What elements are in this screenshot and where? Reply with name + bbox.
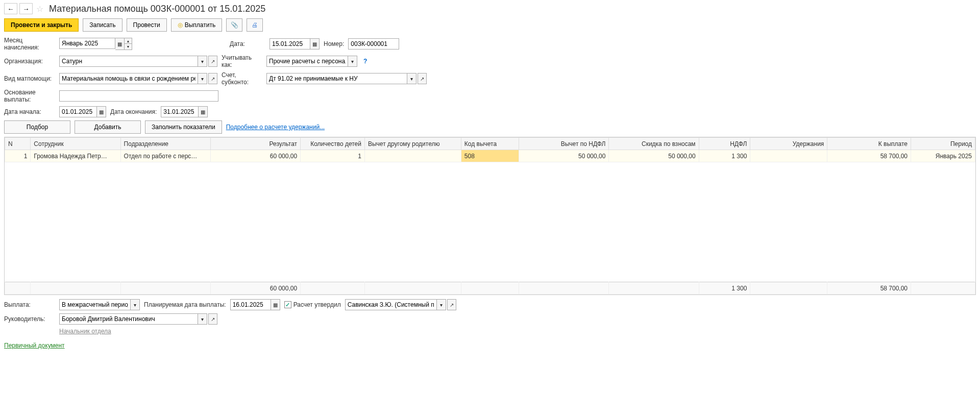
open-icon[interactable]: ↗ [418, 73, 427, 84]
col-to-pay[interactable]: К выплате [827, 138, 911, 150]
col-children[interactable]: Количество детей [301, 138, 365, 150]
main-toolbar: Провести и закрыть Записать Провести ◎ В… [4, 18, 976, 32]
dropdown-icon[interactable]: ▾ [198, 56, 207, 67]
planned-date-label: Планируемая дата выплаты: [144, 301, 226, 308]
print-button[interactable]: 🖨 [247, 18, 263, 32]
page-title: Материальная помощь 00ЗК-000001 от 15.01… [49, 4, 265, 14]
account-as-input[interactable] [266, 56, 348, 67]
manager-input[interactable] [59, 313, 198, 325]
payout-label: Выплата: [4, 301, 55, 308]
favorite-star-icon[interactable]: ☆ [35, 4, 45, 14]
col-employee[interactable]: Сотрудник [31, 138, 120, 150]
col-period[interactable]: Период [911, 138, 975, 150]
footer-to-pay: 58 700,00 [827, 282, 911, 294]
primary-document-link[interactable]: Первичный документ [4, 342, 65, 349]
reason-label: Основание выплаты: [4, 89, 55, 103]
account-label: Счет, субконто: [222, 71, 262, 86]
dropdown-icon[interactable]: ▾ [348, 56, 357, 67]
type-input[interactable] [59, 73, 198, 84]
manager-title-link[interactable]: Начальник отдела [59, 328, 111, 335]
save-button[interactable]: Записать [83, 18, 122, 32]
cell-ndfl[interactable]: 1 300 [699, 150, 750, 162]
col-discount[interactable]: Скидка по взносам [609, 138, 699, 150]
dropdown-icon[interactable]: ▾ [198, 313, 207, 325]
start-date-label: Дата начала: [4, 108, 55, 115]
approved-label: Расчет утвердил [293, 301, 341, 308]
org-input[interactable] [59, 56, 198, 67]
calendar-icon[interactable]: ▦ [115, 38, 125, 50]
dropdown-icon[interactable]: ▾ [198, 73, 207, 84]
payout-input[interactable] [59, 299, 131, 310]
open-icon[interactable]: ↗ [208, 56, 217, 67]
col-n[interactable]: N [5, 138, 31, 150]
open-icon[interactable]: ↗ [447, 299, 456, 310]
dropdown-icon[interactable]: ▾ [407, 73, 416, 84]
table-row[interactable]: 1 Громова Надежда Петр… Отдел по работе … [5, 150, 975, 162]
open-icon[interactable]: ↗ [208, 73, 217, 84]
fill-indicators-button[interactable]: Заполнить показатели [145, 120, 222, 134]
col-deduct-code[interactable]: Код вычета [461, 138, 519, 150]
approved-checkbox[interactable] [284, 301, 291, 308]
account-as-label: Учитывать как: [222, 54, 262, 68]
post-and-close-button[interactable]: Провести и закрыть [4, 18, 79, 32]
type-label: Вид матпомощи: [4, 75, 55, 82]
col-deduct-ndfl[interactable]: Вычет по НДФЛ [519, 138, 609, 150]
cell-dept[interactable]: Отдел по работе с перс… [120, 150, 210, 162]
cell-employee[interactable]: Громова Надежда Петр… [31, 150, 120, 162]
col-ndfl[interactable]: НДФЛ [699, 138, 750, 150]
cell-children[interactable]: 1 [301, 150, 365, 162]
calendar-icon[interactable]: ▦ [310, 38, 320, 50]
help-icon[interactable]: ? [363, 58, 367, 65]
table-footer-row: 60 000,00 1 300 58 700,00 [5, 282, 975, 294]
col-result[interactable]: Результат [210, 138, 300, 150]
paperclip-icon: 📎 [231, 21, 238, 29]
approver-input[interactable] [345, 299, 437, 310]
planned-date-input[interactable] [230, 299, 271, 310]
open-icon[interactable]: ↗ [208, 313, 217, 325]
post-button[interactable]: Провести [127, 18, 167, 32]
calendar-icon[interactable]: ▦ [271, 299, 280, 310]
reason-input[interactable] [59, 90, 218, 102]
col-dept[interactable]: Подразделение [120, 138, 210, 150]
dropdown-icon[interactable]: ▾ [437, 299, 446, 310]
attach-button[interactable]: 📎 [226, 18, 242, 32]
footer-ndfl: 1 300 [699, 282, 750, 294]
cell-deduct-code[interactable]: 508 [461, 150, 519, 162]
pay-button-label: Выплатить [185, 21, 216, 29]
account-input[interactable] [266, 73, 407, 84]
cell-deduct-ndfl[interactable]: 50 000,00 [519, 150, 609, 162]
calendar-icon[interactable]: ▦ [97, 106, 106, 117]
cell-discount[interactable]: 50 000,00 [609, 150, 699, 162]
cell-result[interactable]: 60 000,00 [210, 150, 300, 162]
end-date-input[interactable] [161, 106, 199, 117]
date-input[interactable] [270, 38, 310, 50]
coin-icon: ◎ [178, 21, 183, 29]
nav-forward-button[interactable]: → [19, 3, 33, 14]
calendar-icon[interactable]: ▦ [199, 106, 208, 117]
month-label: Месяц начисления: [4, 37, 55, 51]
add-button[interactable]: Добавить [75, 120, 141, 134]
month-spinner[interactable]: ▲▼ [125, 38, 132, 50]
cell-to-pay[interactable]: 58 700,00 [827, 150, 911, 162]
date-label: Дата: [230, 40, 265, 47]
manager-label: Руководитель: [4, 315, 55, 323]
cell-withhold[interactable] [750, 150, 827, 162]
details-link[interactable]: Подробнее о расчете удержаний... [226, 124, 325, 131]
number-input[interactable] [348, 38, 399, 50]
pay-button[interactable]: ◎ Выплатить [171, 18, 223, 32]
pick-button[interactable]: Подбор [4, 120, 70, 134]
col-withhold[interactable]: Удержания [750, 138, 827, 150]
footer-result: 60 000,00 [210, 282, 300, 294]
cell-deduct-other[interactable] [364, 150, 461, 162]
cell-n[interactable]: 1 [5, 150, 31, 162]
cell-period[interactable]: Январь 2025 [911, 150, 975, 162]
dropdown-icon[interactable]: ▾ [131, 299, 140, 310]
start-date-input[interactable] [59, 106, 97, 117]
nav-back-button[interactable]: ← [4, 3, 17, 14]
printer-icon: 🖨 [252, 21, 258, 29]
col-deduct-other[interactable]: Вычет другому родителю [364, 138, 461, 150]
month-input[interactable] [59, 38, 115, 49]
number-label: Номер: [324, 40, 344, 47]
employees-table: N Сотрудник Подразделение Результат Коли… [4, 137, 976, 295]
end-date-label: Дата окончания: [110, 108, 157, 115]
